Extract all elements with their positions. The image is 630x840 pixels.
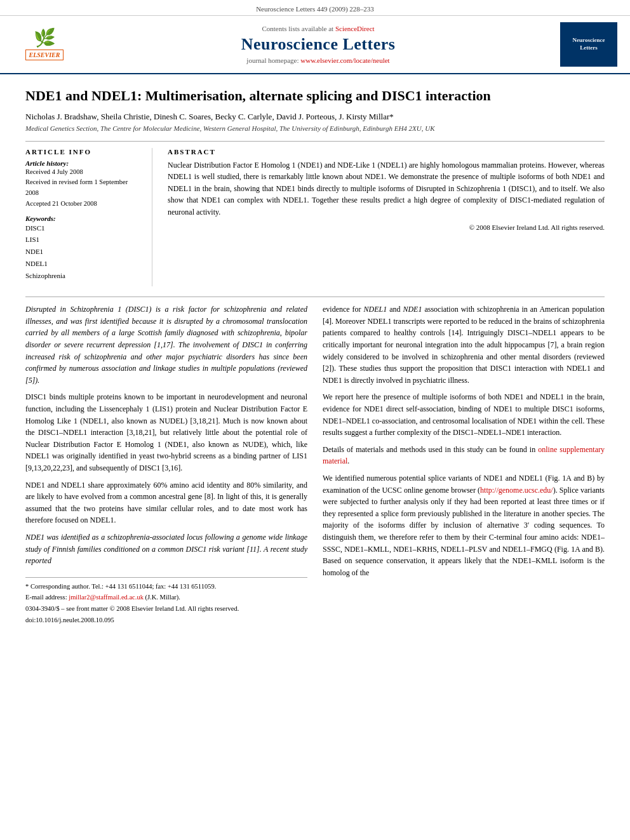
journal-banner-center: Contents lists available at ScienceDirec… xyxy=(76,25,560,64)
publisher-logo: 🌿 ELSEVIER xyxy=(13,29,76,60)
keywords-list: DISC1 LIS1 NDE1 NDEL1 Schizophrenia xyxy=(25,222,142,281)
keyword-1: DISC1 xyxy=(25,224,45,232)
journal-homepage: journal homepage: www.elsevier.com/locat… xyxy=(76,57,560,64)
body-para-4: NDE1 was identified as a schizophrenia-a… xyxy=(25,531,307,567)
keyword-2: LIS1 xyxy=(25,236,39,243)
body-para-3: NDE1 and NDEL1 share approximately 60% a… xyxy=(25,479,307,526)
article-content: NDE1 and NDEL1: Multimerisation, alterna… xyxy=(0,74,630,639)
body-para-1: Disrupted in Schizophrenia 1 (DISC1) is … xyxy=(25,303,307,386)
footnote-doi: doi:10.1016/j.neulet.2008.10.095 xyxy=(25,615,307,625)
body-columns: Disrupted in Schizophrenia 1 (DISC1) is … xyxy=(25,303,605,626)
body-para-2: DISC1 binds multiple proteins known to b… xyxy=(25,391,307,474)
keyword-3: NDE1 xyxy=(25,248,43,255)
supplementary-link[interactable]: online supplementary material xyxy=(323,445,605,466)
sciencedirect-link[interactable]: ScienceDirect xyxy=(335,25,375,32)
abstract-body: Nuclear Distribution Factor E Homolog 1 … xyxy=(168,159,605,218)
homepage-url[interactable]: www.elsevier.com/locate/neulet xyxy=(300,57,389,64)
journal-ref-text: Neuroscience Letters 449 (2009) 228–233 xyxy=(256,5,374,13)
body-column-right: evidence for NDEL1 and NDE1 association … xyxy=(323,303,605,626)
info-abstract-section: ARTICLE INFO Article history: Received 4… xyxy=(25,148,605,287)
body-para-1-text: Disrupted in Schizophrenia 1 (DISC1) is … xyxy=(25,305,307,385)
journal-reference: Neuroscience Letters 449 (2009) 228–233 xyxy=(0,0,630,16)
article-history: Article history: Received 4 July 2008 Re… xyxy=(25,159,142,210)
footnote-email: E-mail address: jmillar2@staffmail.ed.ac… xyxy=(25,592,307,603)
abstract-copyright: © 2008 Elsevier Ireland Ltd. All rights … xyxy=(168,223,605,231)
elsevier-wordmark: ELSEVIER xyxy=(25,50,64,60)
contents-link: Contents lists available at ScienceDirec… xyxy=(76,25,560,32)
journal-banner: 🌿 ELSEVIER Contents lists available at S… xyxy=(0,16,630,74)
keyword-4: NDEL1 xyxy=(25,260,48,267)
footnote-email-label: E-mail address: xyxy=(25,594,69,601)
body-para-right-3: Details of materials and methods used in… xyxy=(323,444,605,467)
article-affiliation: Medical Genetics Section, The Centre for… xyxy=(25,124,605,132)
body-para-right-4: We identified numerous potential splice … xyxy=(323,472,605,578)
journal-cover-image: NeuroscienceLetters xyxy=(560,22,617,67)
footnote-email-link[interactable]: jmillar2@staffmail.ed.ac.uk xyxy=(69,594,144,601)
journal-cover-text: NeuroscienceLetters xyxy=(573,37,605,51)
received-date: Received 4 July 2008 Received in revised… xyxy=(25,167,142,210)
footnote-star: * Corresponding author. Tel.: +44 131 65… xyxy=(25,582,307,592)
ucsc-link[interactable]: http://genome.ucsc.edu/ xyxy=(480,486,553,495)
abstract-heading: ABSTRACT xyxy=(168,148,605,156)
divider-1 xyxy=(25,141,605,142)
footnote-issn: 0304-3940/$ – see front matter © 2008 El… xyxy=(25,604,307,614)
keyword-5: Schizophrenia xyxy=(25,272,65,279)
keywords-section: Keywords: DISC1 LIS1 NDE1 NDEL1 Schizoph… xyxy=(25,215,142,281)
keywords-label: Keywords: xyxy=(25,215,142,222)
body-para-right-2: We report here the presence of multiple … xyxy=(323,391,605,438)
body-para-right-1: evidence for NDEL1 and NDE1 association … xyxy=(323,303,605,386)
abstract-panel: ABSTRACT Nuclear Distribution Factor E H… xyxy=(168,148,605,287)
page: Neuroscience Letters 449 (2009) 228–233 … xyxy=(0,0,630,840)
divider-2 xyxy=(25,297,605,297)
article-info-heading: ARTICLE INFO xyxy=(25,148,142,156)
tree-decorative-icon: 🌿 xyxy=(34,29,56,47)
article-authors: Nicholas J. Bradshaw, Sheila Christie, D… xyxy=(25,112,605,122)
article-info-panel: ARTICLE INFO Article history: Received 4… xyxy=(25,148,152,287)
history-label: Article history: xyxy=(25,159,142,167)
footnote-email-suffix: (J.K. Millar). xyxy=(145,594,180,601)
footnotes: * Corresponding author. Tel.: +44 131 65… xyxy=(25,577,307,625)
journal-title: Neuroscience Letters xyxy=(76,35,560,54)
body-column-left: Disrupted in Schizophrenia 1 (DISC1) is … xyxy=(25,303,307,626)
article-title: NDE1 and NDEL1: Multimerisation, alterna… xyxy=(25,87,605,105)
